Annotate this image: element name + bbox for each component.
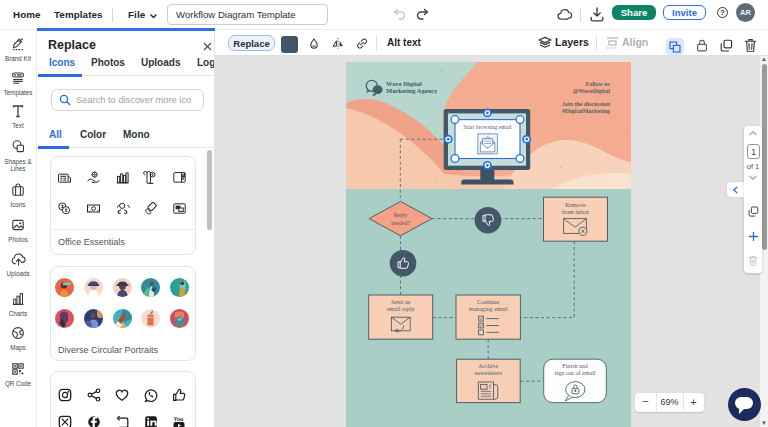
svg-text:#DigitalMarketing: #DigitalMarketing [562,108,610,114]
svg-text:You: You [174,416,184,422]
svg-text:Archive: Archive [478,363,498,369]
svg-text:Join the discussion: Join the discussion [561,101,610,107]
svg-text:Finish and: Finish and [562,363,588,369]
svg-text:Send an: Send an [390,299,409,305]
svg-text:needed?: needed? [391,220,410,226]
svg-text:Continue: Continue [477,299,500,305]
svg-text:managing email: managing email [468,306,507,312]
svg-text:Wave Digital: Wave Digital [386,80,422,87]
svg-text:Start browsing email: Start browsing email [463,124,512,130]
svg-text:from inbox: from inbox [561,209,588,215]
svg-text:@WaveDigital: @WaveDigital [572,88,610,94]
svg-text:Follow us: Follow us [585,81,610,87]
svg-text:Remove: Remove [565,202,586,208]
svg-text:sign out of email: sign out of email [554,370,595,376]
svg-text:Marketing Agency: Marketing Agency [386,87,438,94]
svg-text:newsletters: newsletters [474,370,502,376]
svg-text:email reply: email reply [386,306,415,312]
svg-text:Reply: Reply [393,212,407,218]
